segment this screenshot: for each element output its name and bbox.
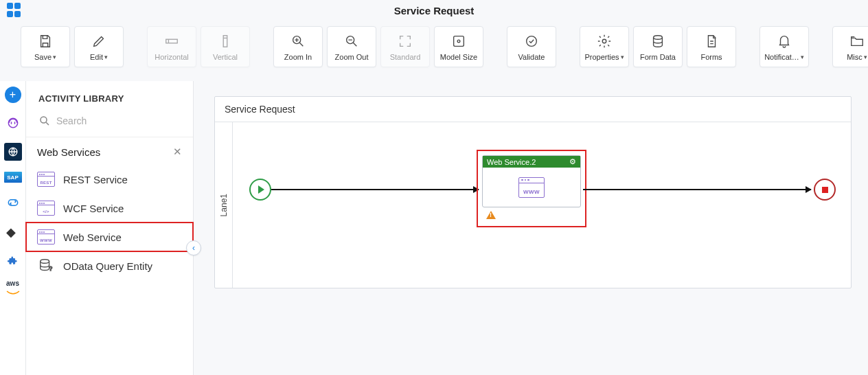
svg-text:?: ? <box>49 266 53 272</box>
fit-standard-button: Standard <box>380 26 430 67</box>
form-data-button[interactable]: Form Data <box>633 26 683 67</box>
save-icon <box>38 34 53 49</box>
lane-body[interactable]: Web Service.2 ⚙ WWW <box>233 122 851 288</box>
vertical-button: Vertical <box>201 26 250 67</box>
folder-icon <box>849 34 865 49</box>
gear-icon[interactable]: ⚙ <box>569 157 576 166</box>
web-service-icon: WWW <box>37 229 55 245</box>
search-input[interactable] <box>56 115 181 126</box>
close-icon[interactable]: ✕ <box>173 146 182 158</box>
save-button[interactable]: Save▾ <box>21 26 70 67</box>
activity-library-panel: ACTIVITY LIBRARY Web Services ✕ REST RES… <box>26 81 194 375</box>
web-service-icon: WWW <box>518 177 545 198</box>
gear-icon <box>597 34 612 49</box>
search-icon <box>38 115 51 127</box>
activity-title: Web Service.2 <box>487 158 536 166</box>
title-bar: Service Request <box>0 0 868 21</box>
rest-service-icon: REST <box>37 172 55 187</box>
zoom-in-button[interactable]: Zoom In <box>273 26 323 67</box>
properties-button[interactable]: Properties▾ <box>580 26 629 67</box>
odata-icon: ? <box>37 258 55 273</box>
forms-button[interactable]: Forms <box>687 26 736 67</box>
stop-icon <box>822 187 828 193</box>
puzzle-icon[interactable] <box>4 251 22 269</box>
chevron-left-icon: ‹ <box>192 243 195 253</box>
category-header[interactable]: Web Services ✕ <box>26 137 193 165</box>
svg-point-12 <box>41 117 47 123</box>
end-event[interactable] <box>814 179 836 201</box>
page-title: Service Request <box>394 5 475 16</box>
loop-icon[interactable] <box>4 194 22 212</box>
process-canvas[interactable]: Service Request Lane1 Web Service.2 ⚙ <box>214 96 852 288</box>
zoom-out-button[interactable]: Zoom Out <box>327 26 376 67</box>
bell-icon <box>777 34 792 49</box>
validate-icon <box>524 34 539 49</box>
svg-point-13 <box>41 260 49 264</box>
add-icon[interactable]: + <box>5 87 21 103</box>
horizontal-button: Horizontal <box>147 26 196 67</box>
fit-model-button[interactable]: Model Size <box>434 26 483 67</box>
search-box[interactable] <box>26 111 193 137</box>
connector-2[interactable] <box>583 189 811 190</box>
chevron-down-icon: ▾ <box>864 54 867 60</box>
layout-horizontal-icon <box>164 34 179 49</box>
svg-point-9 <box>8 118 17 127</box>
edit-button[interactable]: Edit▾ <box>74 26 124 67</box>
toolbar: Save▾ Edit▾ Horizontal Vertical <box>0 21 868 81</box>
activity-web-service-2[interactable]: Web Service.2 ⚙ WWW <box>477 150 586 227</box>
wcf-service-icon: </> <box>37 201 55 216</box>
lib-item-rest-service[interactable]: REST REST Service <box>26 165 193 194</box>
canvas-area: Service Request Lane1 Web Service.2 ⚙ <box>194 81 868 375</box>
notifications-button[interactable]: Notificat…▾ <box>760 26 809 67</box>
apps-icon[interactable] <box>7 3 22 18</box>
misc-button[interactable]: Misc▾ <box>832 26 868 67</box>
lib-item-odata-query[interactable]: ? OData Query Entity <box>26 251 193 280</box>
left-rail: + SAP ◆ aws <box>0 81 26 375</box>
database-icon <box>650 34 665 49</box>
aws-icon[interactable]: aws <box>4 280 22 298</box>
play-icon <box>258 185 264 194</box>
lib-item-web-service[interactable]: WWW Web Service <box>26 223 193 251</box>
connector-1[interactable] <box>271 189 479 190</box>
sap-icon[interactable]: SAP <box>4 172 22 183</box>
ethereum-icon[interactable]: ◆ <box>4 223 22 240</box>
chevron-down-icon: ▾ <box>104 54 108 60</box>
svg-point-6 <box>527 36 537 47</box>
pool: Lane1 Web Service.2 ⚙ WWW <box>215 122 851 288</box>
svg-rect-4 <box>454 36 464 47</box>
validate-button[interactable]: Validate <box>507 26 556 67</box>
warning-icon[interactable] <box>486 211 496 219</box>
svg-rect-0 <box>166 39 178 43</box>
zoom-out-icon <box>344 34 359 49</box>
layout-vertical-icon <box>218 34 233 49</box>
support-icon[interactable] <box>4 114 22 132</box>
lane-label[interactable]: Lane1 <box>215 122 233 288</box>
fit-standard-icon <box>398 34 413 49</box>
start-event[interactable] <box>249 179 271 201</box>
zoom-in-icon <box>290 34 306 49</box>
svg-point-5 <box>457 40 460 43</box>
sidebar-heading: ACTIVITY LIBRARY <box>26 81 193 111</box>
svg-rect-11 <box>8 200 17 205</box>
globe-icon[interactable] <box>4 143 22 161</box>
chevron-down-icon: ▾ <box>621 54 624 60</box>
process-title: Service Request <box>215 97 851 122</box>
svg-rect-1 <box>223 36 227 47</box>
edit-icon <box>91 34 106 49</box>
lib-item-wcf-service[interactable]: </> WCF Service <box>26 194 193 223</box>
forms-icon <box>704 34 719 49</box>
fit-model-icon <box>451 34 466 49</box>
collapse-sidebar-button[interactable]: ‹ <box>186 240 201 255</box>
chevron-down-icon: ▾ <box>801 54 804 60</box>
chevron-down-icon: ▾ <box>53 54 56 60</box>
svg-point-8 <box>654 36 663 40</box>
svg-point-7 <box>602 39 606 43</box>
